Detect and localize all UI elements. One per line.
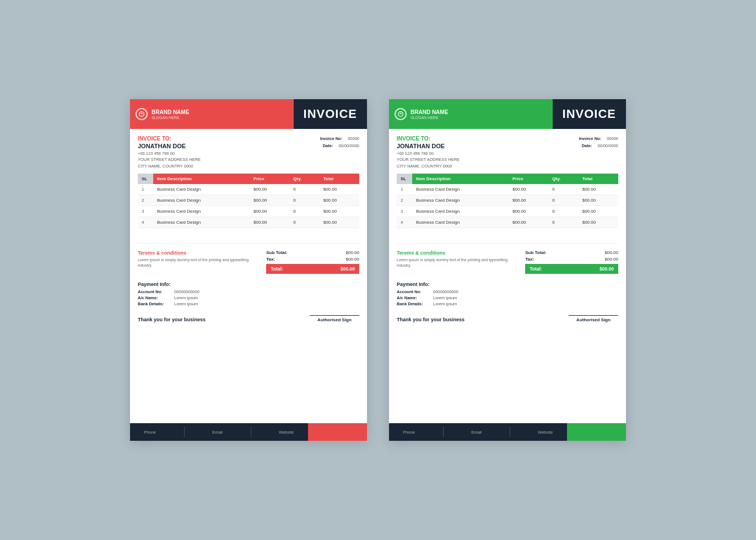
td-sl: 3 bbox=[138, 206, 153, 217]
client-phone-red: +00 123 456 789 00 bbox=[138, 150, 201, 156]
account-no-value-green: 00000000000 bbox=[433, 289, 458, 294]
spacer-cell bbox=[138, 228, 359, 243]
date-value-red: 00/00/0000 bbox=[338, 143, 359, 150]
td-price: $00.00 bbox=[509, 217, 548, 228]
th-price-green: Price bbox=[509, 174, 548, 184]
alc-name-row-red: A/c Name: Lorem ipsum bbox=[138, 295, 359, 300]
tax-value-red: $00.00 bbox=[346, 257, 359, 262]
td-qty: 0 bbox=[548, 206, 578, 217]
td-price: $00.00 bbox=[250, 206, 289, 217]
table-row: 1 Business Card Design $00.00 0 $00.00 bbox=[397, 184, 618, 195]
client-city-green: CITY NAME, COUNTRY 0000 bbox=[397, 163, 460, 169]
td-desc: Business Card Design bbox=[412, 184, 509, 195]
date-label-red: Date: bbox=[323, 143, 333, 150]
account-no-label-red: Account No: bbox=[138, 289, 171, 294]
brand-slogan-red: SLOGAN HERE bbox=[152, 116, 189, 120]
authorised-sign-green: Authorised Sign bbox=[569, 315, 618, 322]
td-qty: 0 bbox=[289, 195, 319, 206]
td-total: $00.00 bbox=[320, 217, 359, 228]
footer-phone-green: Phone bbox=[403, 430, 415, 435]
total-final-label-green: Total: bbox=[530, 266, 542, 272]
table-wrapper-green: SL Item Description Price Qty. Total 1 B… bbox=[389, 174, 626, 246]
td-desc: Business Card Design bbox=[153, 195, 250, 206]
brand-slogan-green: SLOGAN HERE bbox=[411, 116, 448, 120]
td-qty: 0 bbox=[289, 206, 319, 217]
alc-name-label-red: A/c Name: bbox=[138, 295, 171, 300]
brand-logo-green bbox=[395, 108, 407, 120]
th-total-green: Total bbox=[579, 174, 618, 184]
account-no-row-green: Account No: 00000000000 bbox=[397, 289, 618, 294]
bank-label-red: Bank Details: bbox=[138, 301, 171, 306]
account-no-row-red: Account No: 00000000000 bbox=[138, 289, 359, 294]
brand-section-red: BRAND NAME SLOGAN HERE bbox=[130, 99, 294, 129]
terms-section-red: Terems & conditions Lorem ipsum is simpl… bbox=[138, 250, 260, 269]
terms-text-green: Lorem ipsum is simply dummy text of the … bbox=[397, 257, 519, 269]
tax-label-red: Tax: bbox=[266, 257, 275, 262]
th-price-red: Price bbox=[250, 174, 289, 184]
footer-email-red: Email bbox=[212, 430, 223, 435]
thankyou-sign-red: Thank you for your business Authorised S… bbox=[130, 311, 367, 327]
td-total: $00.00 bbox=[579, 184, 618, 195]
footer-phone-label-red: Phone bbox=[144, 430, 156, 435]
spacer-cell bbox=[397, 228, 618, 243]
td-price: $00.00 bbox=[250, 195, 289, 206]
bank-label-green: Bank Details: bbox=[397, 301, 430, 306]
footer-email-label-red: Email bbox=[212, 430, 223, 435]
client-info-green: INVOICE TO: JONATHAN DOE +00 123 456 789… bbox=[397, 136, 460, 169]
invoice-meta-red: Invoice No: 00000 Date: 00/00/0000 bbox=[320, 136, 359, 150]
th-sl-green: SL bbox=[397, 174, 412, 184]
client-address-green: YOUR STREET ADDRESS HERE bbox=[397, 156, 460, 163]
page-container: BRAND NAME SLOGAN HERE INVOICE INVOICE T… bbox=[130, 99, 626, 441]
invoice-no-row-green: Invoice No: 00000 bbox=[579, 136, 618, 143]
payment-section-green: Payment Info: Account No: 00000000000 A/… bbox=[389, 278, 626, 311]
invoice-no-value-red: 00000 bbox=[348, 136, 359, 143]
td-qty: 0 bbox=[548, 195, 578, 206]
table-row: 3 Business Card Design $00.00 0 $00.00 bbox=[138, 206, 359, 217]
brand-name-green: BRAND NAME bbox=[411, 109, 448, 116]
td-total: $00.00 bbox=[579, 217, 618, 228]
alc-name-label-green: A/c Name: bbox=[397, 295, 430, 300]
totals-section-red: Sub Total: $00.00 Tax: $00.00 Total: $00… bbox=[266, 250, 359, 274]
client-address-red: YOUR STREET ADDRESS HERE bbox=[138, 156, 201, 163]
client-info-red: INVOICE TO: JONATHAN DOE +00 123 456 789… bbox=[138, 136, 201, 169]
td-sl: 3 bbox=[397, 206, 412, 217]
td-sl: 1 bbox=[397, 184, 412, 195]
td-total: $00.00 bbox=[320, 206, 359, 217]
footer-dark-green: Phone Email Website bbox=[389, 423, 567, 441]
footer-website-red: Website bbox=[279, 430, 294, 435]
td-sl: 2 bbox=[397, 195, 412, 206]
invoice-table-red: SL Item Description Price Qty. Total 1 B… bbox=[138, 174, 359, 244]
brand-logo-red bbox=[136, 108, 148, 120]
td-price: $00.00 bbox=[250, 184, 289, 195]
invoice-date-row-green: Date: 00/00/0000 bbox=[579, 143, 618, 150]
thankyou-sign-green: Thank you for your business Authorised S… bbox=[389, 311, 626, 327]
invoice-meta-green: Invoice No: 00000 Date: 00/00/0000 bbox=[579, 136, 618, 150]
table-row: 2 Business Card Design $00.00 0 $00.00 bbox=[397, 195, 618, 206]
invoice-no-value-green: 00000 bbox=[607, 136, 618, 143]
totals-section-green: Sub Total: $00.00 Tax: $00.00 Total: $00… bbox=[525, 250, 618, 274]
total-final-value-red: $00.00 bbox=[341, 266, 355, 272]
brand-text-green: BRAND NAME SLOGAN HERE bbox=[411, 109, 448, 120]
alc-name-row-green: A/c Name: Lorem ipsum bbox=[397, 295, 618, 300]
footer-email-green: Email bbox=[471, 430, 482, 435]
thankyou-text-red: Thank you for your business bbox=[138, 317, 206, 322]
td-price: $00.00 bbox=[509, 184, 548, 195]
date-label-green: Date: bbox=[582, 143, 592, 150]
table-row: 1 Business Card Design $00.00 0 $00.00 bbox=[138, 184, 359, 195]
subtotal-label-green: Sub Total: bbox=[525, 250, 547, 255]
th-desc-red: Item Description bbox=[153, 174, 250, 184]
account-no-value-red: 00000000000 bbox=[174, 289, 199, 294]
table-wrapper-red: SL Item Description Price Qty. Total 1 B… bbox=[130, 174, 367, 246]
authorised-sign-red: Authorised Sign bbox=[310, 315, 359, 322]
footer-accent-red bbox=[308, 423, 368, 441]
sign-line-green bbox=[569, 315, 618, 316]
footer-website-green: Website bbox=[538, 430, 553, 435]
th-qty-green: Qty. bbox=[548, 174, 578, 184]
invoice-red: BRAND NAME SLOGAN HERE INVOICE INVOICE T… bbox=[130, 99, 367, 441]
tax-row-red: Tax: $00.00 bbox=[266, 257, 359, 262]
terms-section-green: Terems & conditions Lorem ipsum is simpl… bbox=[397, 250, 519, 269]
td-desc: Business Card Design bbox=[153, 206, 250, 217]
th-qty-red: Qty. bbox=[289, 174, 319, 184]
td-price: $00.00 bbox=[509, 195, 548, 206]
bank-value-red: Lorem ipsum bbox=[174, 301, 198, 306]
